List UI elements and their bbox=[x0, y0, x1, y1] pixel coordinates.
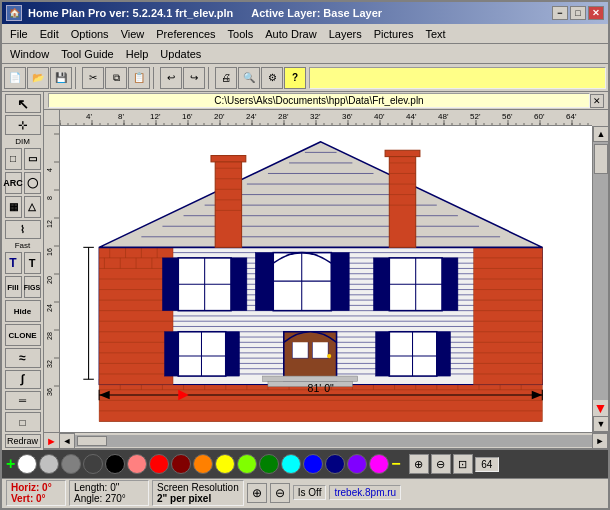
menu-layers[interactable]: Layers bbox=[323, 27, 368, 41]
scroll-thumb-vertical[interactable] bbox=[594, 144, 608, 174]
rect-tool-btn[interactable]: □ bbox=[5, 148, 22, 170]
title-bar-controls: − □ ✕ bbox=[552, 6, 604, 20]
toolbar-sep-3 bbox=[208, 67, 212, 89]
screen-res-display: Screen Resolution 2" per pixel bbox=[152, 480, 244, 506]
svg-rect-109 bbox=[385, 150, 420, 156]
scroll-right-button[interactable]: ► bbox=[592, 433, 608, 449]
tool-row-6: Hide bbox=[5, 300, 41, 322]
scroll-up-button[interactable]: ▲ bbox=[593, 126, 608, 142]
fill-tool-btn[interactable]: Fill bbox=[5, 276, 22, 298]
select-tool-btn[interactable]: ↖ bbox=[5, 94, 41, 113]
redraw-button[interactable]: Redraw bbox=[5, 434, 41, 448]
vertical-scrollbar[interactable]: ▲ ▼ ▼ bbox=[592, 126, 608, 432]
redo-button[interactable]: ↪ bbox=[183, 67, 205, 89]
menu-text[interactable]: Text bbox=[419, 27, 451, 41]
zoom-out-button[interactable]: ⊖ bbox=[431, 454, 451, 474]
line-tool-btn[interactable]: ⌇ bbox=[5, 220, 41, 239]
open-button[interactable]: 📂 bbox=[27, 67, 49, 89]
scroll-left-button[interactable]: ◄ bbox=[59, 433, 75, 449]
save-button[interactable]: 💾 bbox=[50, 67, 72, 89]
canvas-header: C:\Users\Aks\Documents\hpp\Data\Frt_elev… bbox=[44, 92, 608, 110]
zoom-in-status[interactable]: ⊕ bbox=[247, 483, 267, 503]
clone-tool-btn[interactable]: CLONE bbox=[5, 324, 41, 346]
minimize-button[interactable]: − bbox=[552, 6, 568, 20]
color-9[interactable] bbox=[193, 454, 213, 474]
menu-preferences[interactable]: Preferences bbox=[150, 27, 221, 41]
rounded-tool-btn[interactable]: ▭ bbox=[24, 148, 41, 170]
is-off-display: Is Off bbox=[293, 485, 327, 500]
menu-window[interactable]: Window bbox=[4, 47, 55, 61]
dline-tool-btn[interactable]: ═ bbox=[5, 391, 41, 410]
color-14[interactable] bbox=[303, 454, 323, 474]
color-3[interactable] bbox=[61, 454, 81, 474]
svg-rect-138 bbox=[437, 332, 451, 376]
length-angle-display: Length: 0" Angle: 270° bbox=[69, 480, 149, 506]
color-16[interactable] bbox=[347, 454, 367, 474]
rect2-tool-btn[interactable]: □ bbox=[5, 412, 41, 431]
cursor-tool-btn[interactable]: ⊹ bbox=[5, 115, 41, 134]
add-color-button[interactable]: + bbox=[6, 455, 15, 473]
copy-button[interactable]: ⧉ bbox=[105, 67, 127, 89]
hide-tool-btn[interactable]: Hide bbox=[5, 300, 41, 322]
house-svg: 81' 0" bbox=[60, 126, 592, 432]
color-5[interactable] bbox=[105, 454, 125, 474]
zoom-fit-button[interactable]: ⊡ bbox=[453, 454, 473, 474]
settings-button[interactable]: ⚙ bbox=[261, 67, 283, 89]
menu-options[interactable]: Options bbox=[65, 27, 115, 41]
text2-tool-btn[interactable]: T bbox=[24, 252, 41, 274]
color-2[interactable] bbox=[39, 454, 59, 474]
color-17[interactable] bbox=[369, 454, 389, 474]
paste-button[interactable]: 📋 bbox=[128, 67, 150, 89]
remove-color-button[interactable]: − bbox=[391, 455, 400, 473]
menu-help[interactable]: Help bbox=[120, 47, 155, 61]
canvas-close-button[interactable]: ✕ bbox=[590, 94, 604, 108]
menu-toolguide[interactable]: Tool Guide bbox=[55, 47, 120, 61]
color-10[interactable] bbox=[215, 454, 235, 474]
circle-tool-btn[interactable]: ◯ bbox=[24, 172, 41, 194]
scroll-track-horizontal[interactable] bbox=[75, 435, 592, 447]
website-display[interactable]: trebek.8pm.ru bbox=[329, 485, 401, 500]
zoom-out-status[interactable]: ⊖ bbox=[270, 483, 290, 503]
menu-updates[interactable]: Updates bbox=[154, 47, 207, 61]
close-button[interactable]: ✕ bbox=[588, 6, 604, 20]
print-button[interactable]: 🖨 bbox=[215, 67, 237, 89]
color-11[interactable] bbox=[237, 454, 257, 474]
figs-tool-btn[interactable]: FIGS bbox=[24, 276, 41, 298]
hatch-tool-btn[interactable]: ▦ bbox=[5, 196, 22, 218]
help-button[interactable]: ? bbox=[284, 67, 306, 89]
color-15[interactable] bbox=[325, 454, 345, 474]
color-white[interactable] bbox=[17, 454, 37, 474]
svg-rect-103 bbox=[389, 152, 415, 247]
menu-edit[interactable]: Edit bbox=[34, 27, 65, 41]
text-tool-btn[interactable]: T bbox=[5, 252, 22, 274]
color-6[interactable] bbox=[127, 454, 147, 474]
undo-button[interactable]: ↩ bbox=[160, 67, 182, 89]
menu-pictures[interactable]: Pictures bbox=[368, 27, 420, 41]
color-13[interactable] bbox=[281, 454, 301, 474]
menu-tools[interactable]: Tools bbox=[222, 27, 260, 41]
wave-tool-btn[interactable]: ≈ bbox=[5, 348, 41, 367]
menu-view[interactable]: View bbox=[115, 27, 151, 41]
menu-autodraw[interactable]: Auto Draw bbox=[259, 27, 322, 41]
poly-tool-btn[interactable]: △ bbox=[24, 196, 41, 218]
cut-button[interactable]: ✂ bbox=[82, 67, 104, 89]
scroll-thumb-horizontal[interactable] bbox=[77, 436, 107, 446]
svg-rect-129 bbox=[226, 332, 240, 376]
maximize-button[interactable]: □ bbox=[570, 6, 586, 20]
color-12[interactable] bbox=[259, 454, 279, 474]
zoom-in-button[interactable]: ⊕ bbox=[409, 454, 429, 474]
scroll-track-vertical[interactable] bbox=[593, 142, 608, 400]
spline-tool-btn[interactable]: ∫ bbox=[5, 370, 41, 389]
new-button[interactable]: 📄 bbox=[4, 67, 26, 89]
zoom-button[interactable]: 🔍 bbox=[238, 67, 260, 89]
color-4[interactable] bbox=[83, 454, 103, 474]
color-7[interactable] bbox=[149, 454, 169, 474]
color-8[interactable] bbox=[171, 454, 191, 474]
arc-tool-btn[interactable]: ARC bbox=[5, 172, 22, 194]
house-drawing[interactable]: 81' 0" bbox=[60, 126, 592, 432]
app-title: Home Plan Pro ver: 5.2.24.1 frt_elev.pln bbox=[28, 7, 233, 19]
menu-file[interactable]: File bbox=[4, 27, 34, 41]
website-link[interactable]: trebek.8pm.ru bbox=[334, 487, 396, 498]
svg-rect-123 bbox=[373, 258, 389, 311]
scroll-down-button[interactable]: ▼ bbox=[593, 416, 608, 432]
